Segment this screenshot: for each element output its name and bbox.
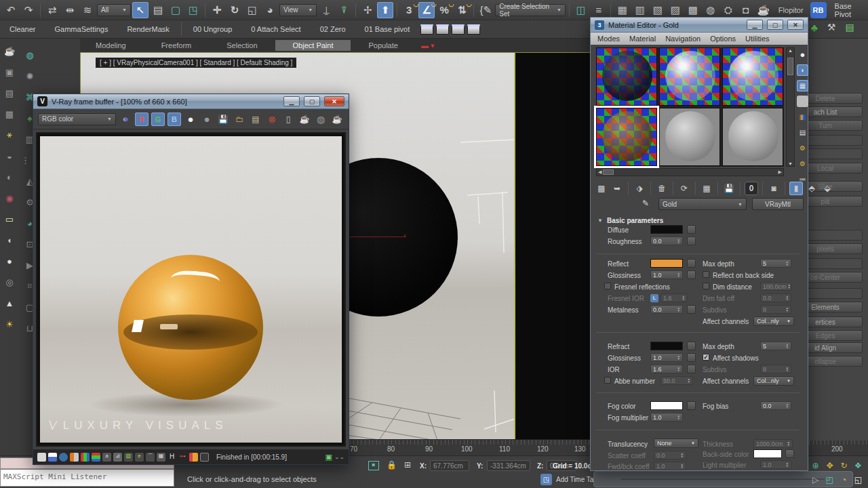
render-setup-icon[interactable]: ▣: [3, 65, 16, 79]
select-manipulate-icon[interactable]: ✢: [359, 2, 376, 18]
fwd-bck-coeff-field[interactable]: 1.0▲▼: [654, 462, 686, 470]
selection-lock-icon[interactable]: 🔒: [387, 460, 397, 470]
keyboard-shortcut-toggle-icon[interactable]: ⬆: [377, 2, 393, 18]
fog-bias-field[interactable]: 0.0▲▼: [760, 401, 791, 410]
blue-channel-button[interactable]: B: [167, 113, 181, 126]
teapot-render-icon[interactable]: ☕: [3, 44, 16, 58]
clear-image-icon[interactable]: ⊗: [265, 113, 279, 126]
mirror-icon[interactable]: ◫: [573, 2, 589, 18]
render-last-icon[interactable]: ☕: [330, 113, 344, 126]
diffuse-map-button[interactable]: [687, 225, 696, 234]
refract-color-swatch[interactable]: [650, 342, 683, 350]
maximize-viewport-icon[interactable]: ◱: [851, 473, 865, 487]
cone-primitive-icon[interactable]: ▲: [3, 296, 16, 310]
roughness-map-button[interactable]: [687, 237, 696, 245]
use-pivot-center-icon[interactable]: ⍊: [318, 2, 334, 18]
zoom-extents-icon[interactable]: ❖: [851, 459, 865, 472]
vfb-title-bar[interactable]: V V-Ray frame buffer - [100% of 660 x 66…: [33, 94, 349, 109]
x-coord-field[interactable]: 67.776cm: [430, 460, 469, 471]
macro-button-gammasettings[interactable]: GammaSettings: [45, 25, 118, 33]
track-mouse-render-icon[interactable]: ☕: [298, 113, 311, 126]
reference-coordinate-dropdown[interactable]: View▼: [279, 4, 317, 16]
abbe-number-checkbox[interactable]: [604, 377, 611, 384]
sun-light-icon[interactable]: ☀: [3, 317, 16, 331]
bind-spacewarp-icon[interactable]: ≋: [79, 2, 96, 18]
metalness-map-button[interactable]: [687, 305, 696, 314]
macro-button-attach-select[interactable]: 0 Attach Select: [241, 25, 310, 33]
ribbon-minimize-icon[interactable]: ▬ ▾: [421, 41, 435, 50]
redo-icon[interactable]: ↷: [20, 2, 37, 18]
select-link-icon[interactable]: ⇄: [44, 2, 60, 18]
pan-hand-icon[interactable]: ✥: [823, 459, 837, 472]
named-selection-set-dropdown[interactable]: Create Selection Set▼: [495, 4, 566, 16]
affect-channels-dropdown[interactable]: Col...nly▼: [753, 317, 794, 326]
plane-primitive-icon[interactable]: ▭: [3, 212, 16, 226]
glossiness-field[interactable]: 1.0▲▼: [650, 270, 683, 279]
macro-button-base-pivot[interactable]: 01 Base pivot: [355, 25, 420, 33]
affect-shadows-checkbox[interactable]: ✓: [703, 354, 709, 361]
srgb-icon[interactable]: ▦: [157, 453, 165, 462]
tab-selection[interactable]: Selection: [209, 40, 275, 51]
toggle-layer-explorer-icon[interactable]: ▥: [632, 2, 648, 18]
vfb-channel-dropdown[interactable]: RGB color▼: [38, 113, 116, 125]
region-render-icon[interactable]: ◍: [314, 113, 328, 126]
viewport-layout-icon[interactable]: [467, 24, 480, 35]
max-depth-field[interactable]: 5▲▼: [760, 259, 791, 268]
tab-modeling[interactable]: Modeling: [78, 40, 144, 51]
vfb-image-area[interactable]: ∖∕LUXURY VISUALS: [36, 132, 346, 447]
exposure-icon[interactable]: a: [102, 453, 111, 462]
absolute-mode-icon[interactable]: ⊞: [404, 460, 411, 470]
rectangular-selection-icon[interactable]: ▢: [167, 2, 184, 18]
edit-named-selection-icon[interactable]: {✎: [477, 2, 494, 18]
translucency-dropdown[interactable]: None▼: [654, 439, 698, 448]
sphere-primitive-icon[interactable]: ●: [3, 254, 16, 268]
y-coord-field[interactable]: -331.364cm: [487, 460, 530, 471]
select-object-button[interactable]: ↖: [132, 2, 149, 18]
expand-chevrons-icon[interactable]: ⌄⌄: [334, 453, 344, 460]
glossiness-map-button[interactable]: [687, 270, 696, 279]
list-checklist-icon[interactable]: ▤: [845, 22, 854, 33]
maxscript-mini-listener-input[interactable]: MAXScript Mini Listener: [0, 469, 174, 487]
rotate-icon[interactable]: ↻: [226, 2, 243, 18]
material-editor-icon[interactable]: ◍: [703, 2, 719, 18]
viewport-layout-icon[interactable]: [436, 24, 449, 35]
red-channel-button[interactable]: R: [135, 113, 149, 126]
sun-positioner-icon[interactable]: ◐: [3, 170, 16, 184]
spot-light-icon[interactable]: ✺: [23, 69, 37, 83]
glossiness-field[interactable]: 1.0▲▼: [650, 353, 683, 362]
light-bulb-icon[interactable]: ◍: [23, 48, 37, 62]
ocio-icon[interactable]: e: [135, 453, 144, 462]
max-depth-field[interactable]: 5▲▼: [760, 342, 791, 350]
monochrome-icon[interactable]: ●: [200, 113, 214, 126]
field-of-view-icon[interactable]: ▷: [808, 473, 823, 487]
selection-filter-dropdown[interactable]: All▼: [97, 4, 131, 16]
dim-distance-checkbox[interactable]: [703, 283, 709, 289]
icc-icon[interactable]: ⌒: [146, 453, 155, 462]
green-channel-button[interactable]: G: [151, 113, 165, 126]
curve-editor-icon[interactable]: ▨: [667, 2, 684, 18]
percent-snap-icon[interactable]: %◡: [436, 2, 452, 18]
stereo-icon[interactable]: ▣: [326, 453, 332, 462]
isolate-selection-icon[interactable]: ■: [368, 461, 379, 470]
toggle-scene-explorer-icon[interactable]: ▦: [614, 2, 631, 18]
reflect-map-button[interactable]: [687, 259, 696, 268]
hsl-icon[interactable]: [81, 453, 90, 462]
vfb-tool-icon[interactable]: [70, 453, 79, 462]
move-icon[interactable]: ✛: [209, 2, 225, 18]
thickness-field[interactable]: 1000.0cm▲▼: [753, 439, 793, 448]
info-icon[interactable]: [59, 453, 68, 462]
histogram-icon[interactable]: H: [167, 453, 176, 462]
render-setup-icon[interactable]: ⛭: [720, 2, 736, 18]
duplicate-to-host-icon[interactable]: ▯: [281, 113, 295, 126]
copy-clipboard-icon[interactable]: ▤: [249, 113, 262, 126]
lut-icon[interactable]: ▧: [124, 453, 133, 462]
alpha-channel-icon[interactable]: ●: [184, 113, 197, 126]
light-multiplier-field[interactable]: 1.0▲▼: [760, 460, 791, 469]
save-image-icon[interactable]: 💾: [216, 113, 230, 126]
fog-color-swatch[interactable]: [650, 401, 683, 410]
roughness-field[interactable]: 0.0▲▼: [650, 237, 683, 245]
fresnel-ior-lock-button[interactable]: L: [650, 294, 658, 302]
macro-button-ungroup[interactable]: 00 Ungroup: [184, 25, 242, 33]
subdivs-field[interactable]: 8▲▼: [760, 305, 791, 314]
curves-icon[interactable]: [92, 453, 100, 462]
